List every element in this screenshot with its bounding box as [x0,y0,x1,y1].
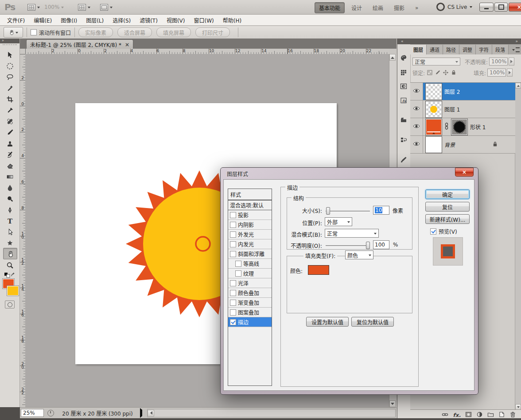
brush-panel-icon[interactable] [399,155,408,165]
lock-position-icon[interactable] [443,69,449,76]
panel-tab-other[interactable]: 调整 [459,45,476,54]
panel-tab-other[interactable]: 字符 [476,45,492,54]
add-layer-mask-icon[interactable] [465,411,472,419]
menu-item[interactable]: 图层(L) [82,15,108,26]
layer-main[interactable]: 图层 1 [423,100,515,118]
eyedropper-tool[interactable] [3,105,16,116]
layer-visibility-toggle[interactable] [413,141,420,148]
style-item-checkbox[interactable] [230,212,236,218]
zoom-tool[interactable] [3,260,16,270]
lasso-tool[interactable] [3,72,16,82]
stroke-color-swatch[interactable] [308,265,329,275]
view-button[interactable]: 适合屏幕 [117,27,152,37]
fill-arrow-button[interactable] [507,69,513,77]
layer-visibility-toggle[interactable] [413,123,420,130]
style-item-row[interactable]: 等高线 [228,259,272,269]
document-size-info[interactable]: 20 厘米 x 20 厘米 (300 ppi) [58,409,137,417]
stroke-position-select[interactable]: 外部 [325,217,352,226]
new-adjustment-layer-icon[interactable] [476,411,483,419]
style-item-checkbox[interactable] [230,231,236,238]
reset-button[interactable]: 复位 [425,202,470,212]
history-brush-tool[interactable] [3,149,16,160]
view-extras-button[interactable] [27,4,40,11]
style-item-checkbox[interactable] [230,222,236,228]
style-item-checkbox[interactable] [230,309,236,316]
layer-comps-panel-icon[interactable] [399,115,408,125]
blend-mode-select[interactable]: 正常 [412,58,460,66]
ok-button[interactable]: 确定 [425,189,470,199]
style-item-checkbox[interactable] [230,300,236,306]
layer-visibility-toggle[interactable] [413,88,420,95]
zoom-level-button[interactable]: 100% [44,4,64,11]
quick-selection-tool[interactable] [3,83,16,93]
menu-item[interactable]: 窗口(W) [189,15,218,26]
stroke-opacity-slider-thumb[interactable] [366,242,370,249]
layer-main[interactable]: 背景 [423,136,515,153]
layer-mask-thumbnail[interactable] [451,119,467,135]
stroke-size-slider-track[interactable] [326,211,370,212]
menu-item[interactable]: 滤镜(T) [135,15,162,26]
pen-tool[interactable] [3,204,16,215]
layer-thumbnail[interactable] [426,119,442,135]
clone-stamp-tool[interactable] [3,138,16,149]
color-panel-icon[interactable] [399,53,408,63]
scroll-down-button[interactable] [389,401,396,407]
view-button[interactable]: 填充屏幕 [156,27,191,37]
fill-type-select[interactable]: 颜色 [345,250,373,259]
collapse-strip-icon[interactable]: « [401,39,404,44]
style-item-checkbox[interactable] [230,280,236,286]
layer-row[interactable]: 图层 2 [410,83,515,100]
menu-item[interactable]: 图像(I) [56,15,82,26]
link-layers-icon[interactable] [442,411,448,419]
panel-tab-layers[interactable]: 图层 [410,45,427,54]
opacity-arrow-button[interactable] [509,58,514,66]
layer-row[interactable]: 背景 [410,136,515,154]
crop-tool[interactable] [3,94,16,104]
style-item-row[interactable]: 斜面和浮雕 [228,249,272,259]
style-item-checkbox[interactable] [230,319,236,325]
menu-item[interactable]: 文件(F) [3,15,29,26]
spot-healing-brush-tool[interactable] [3,116,16,127]
lock-pixels-icon[interactable] [435,69,441,76]
scroll-all-windows-option[interactable]: 滚动所有窗口 [31,29,71,36]
cs-live-button[interactable]: CS Live [436,3,472,11]
lock-transparency-icon[interactable] [427,69,433,76]
toolbox-grip[interactable] [3,44,17,47]
toolbox-collapse-button[interactable]: » [0,39,19,43]
brush-tool[interactable] [3,127,16,138]
gradient-tool[interactable] [3,171,16,182]
lock-all-icon[interactable] [451,69,457,76]
arrange-documents-button[interactable] [78,4,90,11]
style-item-row[interactable]: 图案叠加 [228,308,272,317]
blur-tool[interactable] [3,182,16,193]
workspace-button[interactable]: 基本功能 [315,2,345,13]
view-button[interactable]: 打印尺寸 [195,27,230,37]
custom-shape-tool[interactable] [3,238,16,248]
layer-visibility-toggle[interactable] [413,106,420,112]
type-tool[interactable]: T [3,216,16,226]
new-group-icon[interactable] [487,411,494,419]
style-item-row[interactable]: 渐变叠加 [228,298,272,308]
workspace-button[interactable]: 设计 [347,3,366,13]
adjustments-panel-icon[interactable] [399,81,408,91]
preview-option[interactable]: 预览(V) [430,227,457,235]
style-item-row[interactable]: 光泽 [228,278,272,288]
layer-main[interactable]: 图层 2 [423,83,515,100]
minimize-button[interactable] [479,3,494,12]
delete-layer-icon[interactable] [509,411,516,419]
elliptical-marquee-tool[interactable] [3,61,16,71]
stroke-opacity-input[interactable]: 100 [373,240,389,249]
screen-mode-button[interactable] [100,4,113,11]
panel-tab-other[interactable]: 段落 [492,45,509,54]
stroke-size-input[interactable]: 10 [373,206,389,215]
menu-item[interactable]: 视图(V) [162,15,190,26]
style-item-checkbox[interactable] [230,241,236,247]
panel-tab-other[interactable]: 通道 [427,45,443,54]
tool-preset-picker[interactable] [4,27,23,38]
style-item-checkbox[interactable] [235,261,241,267]
layer-thumbnail[interactable] [426,137,442,153]
fill-field[interactable]: 100% [487,69,506,77]
quick-mask-button[interactable] [5,301,15,308]
reset-default-button[interactable]: 复位为默认值 [351,317,394,327]
layer-main[interactable]: 形状 1 [423,118,515,135]
